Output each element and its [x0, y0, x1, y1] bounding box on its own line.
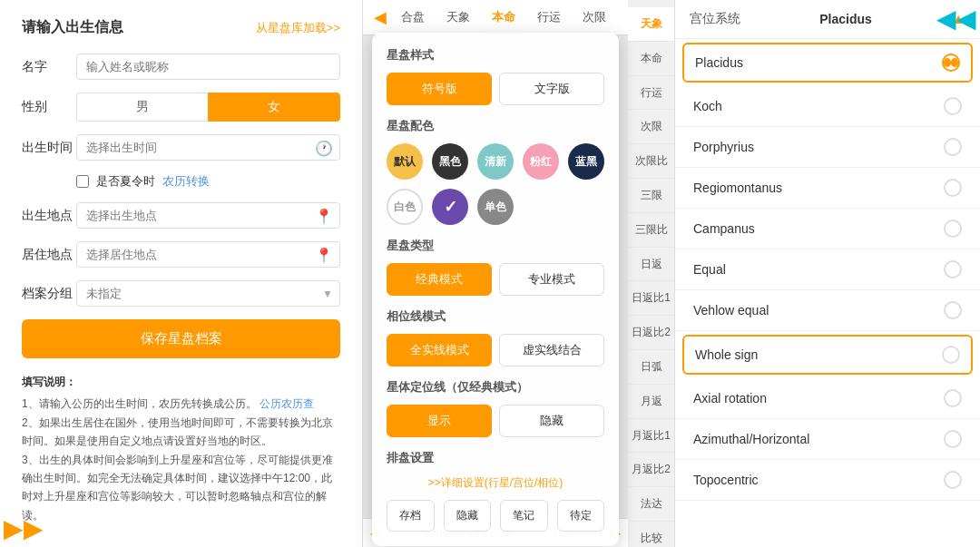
- tab-tianxiang[interactable]: 天象: [436, 0, 481, 34]
- house-item-porphyrius[interactable]: Porphyrius: [675, 127, 980, 168]
- house-item-azimuthal[interactable]: Azimuthal/Horizontal: [675, 419, 980, 460]
- middle-panel: ◀ 合盘 天象 本命 行运 次限 星盘样式 符号版 文字版 星盘配色 默认 黑色…: [363, 0, 628, 547]
- house-item-placidus[interactable]: Placidus: [682, 43, 973, 83]
- tab-benming[interactable]: 本命: [481, 0, 526, 34]
- color-white[interactable]: 白色: [387, 189, 423, 225]
- line-mode-btn-group: 全实线模式 虚实线结合: [387, 334, 604, 366]
- gender-female-button[interactable]: 女: [208, 93, 340, 122]
- group-select[interactable]: [76, 280, 340, 307]
- notes-button[interactable]: 笔记: [500, 500, 548, 532]
- birth-place-input[interactable]: [76, 202, 340, 229]
- vtab-sanxianbi[interactable]: 三限比: [628, 213, 674, 248]
- chart-type-pro-button[interactable]: 专业模式: [499, 263, 604, 296]
- house-label-equal: Equal: [693, 262, 726, 277]
- star-line-show-button[interactable]: 显示: [387, 405, 492, 437]
- style-text-button[interactable]: 文字版: [499, 73, 604, 105]
- gender-row: 性别 男 女: [22, 93, 340, 122]
- house-item-axial-rotation[interactable]: Axial rotation: [675, 378, 980, 419]
- vtab-yuefanbi2[interactable]: 月返比2: [628, 453, 674, 487]
- chart-type-classic-button[interactable]: 经典模式: [387, 263, 492, 296]
- color-fresh[interactable]: 清新: [477, 143, 514, 180]
- birth-time-input[interactable]: [76, 134, 340, 161]
- house-item-topocentric[interactable]: Topocentric: [675, 460, 980, 501]
- settings-popup: 星盘样式 符号版 文字版 星盘配色 默认 黑色 清新 粉红 蓝黑 白色 单色 星…: [372, 33, 619, 546]
- residence-input[interactable]: [76, 241, 340, 268]
- color-black[interactable]: 黑色: [432, 143, 468, 180]
- radio-topocentric[interactable]: [944, 471, 962, 489]
- radio-regiomontanus[interactable]: [944, 179, 962, 197]
- vtab-yuefanbi1[interactable]: 月返比1: [628, 419, 674, 454]
- name-input[interactable]: [76, 54, 340, 80]
- vtab-benming[interactable]: 本命: [628, 42, 674, 76]
- residence-label: 居住地点: [22, 247, 76, 263]
- vtab-rifan[interactable]: 日返: [628, 248, 674, 282]
- star-line-section-title: 星体定位线（仅经典模式）: [387, 379, 604, 396]
- star-line-hide-button[interactable]: 隐藏: [499, 405, 604, 437]
- house-item-regiomontanus[interactable]: Regiomontanus: [675, 168, 980, 209]
- house-item-koch[interactable]: Koch: [675, 86, 980, 127]
- vtab-fada[interactable]: 法达: [628, 487, 674, 522]
- house-item-campanus[interactable]: Campanus: [675, 209, 980, 249]
- house-label-azimuthal: Azimuthal/Horizontal: [693, 432, 809, 446]
- color-default[interactable]: 默认: [387, 143, 423, 180]
- radio-whole-sign[interactable]: [942, 346, 960, 364]
- line-mode-section-title: 相位线模式: [387, 308, 604, 325]
- birth-place-input-wrap: 📍: [76, 202, 340, 229]
- left-panel-header: 请输入出生信息 从星盘库加载>>: [22, 18, 340, 37]
- house-item-whole-sign[interactable]: Whole sign: [682, 335, 973, 375]
- color-purple[interactable]: [432, 189, 468, 225]
- color-grid: 默认 黑色 清新 粉红 蓝黑 白色 单色: [387, 143, 604, 225]
- residence-row: 居住地点 📍: [22, 241, 340, 268]
- radio-placidus[interactable]: [942, 54, 960, 72]
- vtab-xingyun[interactable]: 行运: [628, 76, 674, 111]
- vtab-bijiao[interactable]: 比较: [628, 522, 674, 547]
- vtab-cixian[interactable]: 次限: [628, 110, 674, 144]
- gender-male-button[interactable]: 男: [76, 93, 208, 122]
- residence-input-wrap: 📍: [76, 241, 340, 268]
- save-chart-button[interactable]: 保存星盘档案: [22, 319, 340, 358]
- archive-button[interactable]: 存档: [387, 500, 435, 532]
- line-solid-button[interactable]: 全实线模式: [387, 334, 492, 366]
- vtab-rifanbi2[interactable]: 日返比2: [628, 316, 674, 350]
- house-item-equal[interactable]: Equal: [675, 249, 980, 290]
- vtab-yuefan[interactable]: 月返: [628, 385, 674, 419]
- vtab-rifanbi1[interactable]: 日返比1: [628, 281, 674, 316]
- radio-equal[interactable]: [944, 260, 962, 278]
- color-dark-blue[interactable]: 蓝黑: [568, 143, 604, 180]
- house-label-koch: Koch: [693, 99, 722, 113]
- radio-vehlow[interactable]: [944, 301, 962, 319]
- detailed-settings-link[interactable]: >>详细设置(行星/宫位/相位): [387, 475, 604, 491]
- color-mono[interactable]: 单色: [477, 189, 514, 225]
- lunar-calendar-link[interactable]: 公历农历查: [260, 397, 314, 410]
- vtab-cixianbi[interactable]: 次限比: [628, 144, 674, 179]
- dst-checkbox[interactable]: [76, 175, 89, 188]
- vtab-tianxiang[interactable]: 天象: [628, 7, 674, 42]
- tab-heban[interactable]: 合盘: [390, 0, 436, 34]
- group-label: 档案分组: [22, 286, 76, 302]
- tab-xingyun[interactable]: 行运: [526, 0, 572, 34]
- clock-icon: 🕐: [315, 139, 333, 156]
- settings-section-title: 排盘设置: [387, 450, 604, 466]
- radio-campanus[interactable]: [944, 220, 962, 238]
- radio-porphyrius[interactable]: [944, 138, 962, 156]
- line-mixed-button[interactable]: 虚实线结合: [499, 334, 604, 366]
- right-sidebar: 天象 本命 行运 次限 次限比 三限 三限比 日返 日返比1 日返比2 日弧 月…: [628, 0, 980, 547]
- style-section-title: 星盘样式: [387, 47, 604, 63]
- color-section-title: 星盘配色: [387, 118, 604, 134]
- vtab-sanxian[interactable]: 三限: [628, 179, 674, 213]
- radio-azimuthal[interactable]: [944, 430, 962, 448]
- radio-koch[interactable]: [944, 97, 962, 115]
- pending-button[interactable]: 待定: [557, 500, 605, 532]
- color-pink[interactable]: 粉红: [523, 143, 559, 180]
- house-item-vehlow[interactable]: Vehlow equal: [675, 290, 980, 331]
- nav-back-arrow[interactable]: ◀: [370, 0, 390, 34]
- load-from-library-link[interactable]: 从星盘库加载>>: [256, 20, 340, 36]
- radio-axial-rotation[interactable]: [944, 389, 962, 407]
- house-system-current: Placidus: [819, 12, 872, 26]
- vtab-rihu[interactable]: 日弧: [628, 350, 674, 385]
- calendar-convert-link[interactable]: 农历转换: [162, 173, 210, 190]
- vertical-tabs: 天象 本命 行运 次限 次限比 三限 三限比 日返 日返比1 日返比2 日弧 月…: [628, 0, 675, 547]
- hide-button[interactable]: 隐藏: [444, 500, 492, 532]
- style-symbol-button[interactable]: 符号版: [387, 73, 492, 105]
- tab-cixian[interactable]: 次限: [572, 0, 617, 34]
